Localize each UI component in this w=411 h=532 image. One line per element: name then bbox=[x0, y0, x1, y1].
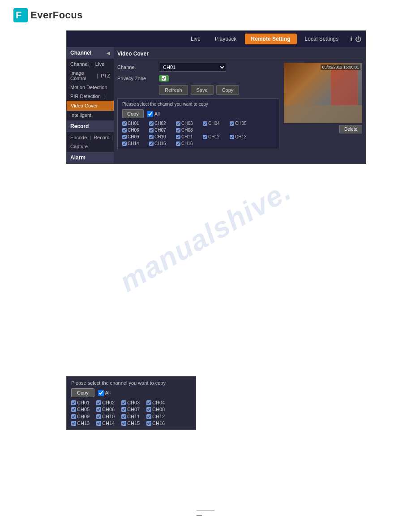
privacy-zone-row: Privacy Zone bbox=[117, 75, 279, 82]
enlarged-ch06: CH06 bbox=[96, 407, 119, 412]
enlarged-ch16: CH16 bbox=[146, 420, 169, 426]
channel-row: Channel CH01 bbox=[117, 63, 279, 72]
form-fields: Channel CH01 Privacy Zone Refresh Sav bbox=[117, 63, 279, 149]
copy-btn2[interactable]: Copy bbox=[122, 109, 144, 118]
cam-privacy-overlay bbox=[331, 69, 358, 105]
copy-button[interactable]: Copy bbox=[216, 85, 240, 95]
main-panel: Video Cover Channel CH01 Privacy Zone bbox=[114, 47, 366, 163]
power-icon[interactable]: ⏻ bbox=[355, 35, 361, 43]
svg-text:F: F bbox=[16, 9, 21, 21]
channel-label: Channel bbox=[117, 64, 155, 70]
all-checkbox[interactable] bbox=[147, 111, 153, 117]
action-btn-row: Refresh Save Copy bbox=[159, 85, 279, 95]
content-area: Channel ◀ Channel | Live Image Control |… bbox=[67, 47, 366, 163]
privacy-zone-checkbox[interactable] bbox=[162, 76, 166, 81]
enlarged-ch04: CH04 bbox=[146, 400, 169, 405]
everfocus-logo-icon: F bbox=[13, 8, 28, 22]
enlarged-channels-row1: CH01 CH02 CH03 CH04 CH05 CH06 CH07 CH08 bbox=[71, 400, 191, 412]
sidebar-channel-section: Channel ◀ bbox=[67, 47, 114, 59]
enlarged-ch07: CH07 bbox=[121, 407, 144, 412]
camera-preview: 06/05/2012 15:30:01 Delete bbox=[284, 63, 362, 149]
copy-section-title: Please select the channel you want to co… bbox=[122, 102, 274, 107]
refresh-button[interactable]: Refresh bbox=[159, 85, 188, 95]
ch-check-ch03: CH03 bbox=[176, 121, 199, 126]
ch-check-ch08: CH08 bbox=[176, 128, 199, 133]
enlarged-btn-row: Copy All bbox=[71, 388, 191, 397]
sidebar-item-video-cover[interactable]: Video Cover bbox=[67, 101, 114, 111]
page-line bbox=[197, 510, 214, 511]
cam-floor bbox=[284, 105, 362, 123]
cam-timestamp: 06/05/2012 15:30:01 bbox=[321, 64, 360, 70]
sidebar-arrow-icon: ◀ bbox=[107, 51, 110, 56]
nav-playback-button[interactable]: Playback bbox=[209, 34, 243, 44]
enlarged-all-check: All bbox=[98, 390, 111, 396]
enlarged-ch11: CH11 bbox=[121, 414, 144, 419]
enlarged-copy-btn[interactable]: Copy bbox=[71, 388, 94, 397]
ch-check-ch01: CH01 bbox=[122, 121, 146, 126]
enlarged-ch08: CH08 bbox=[146, 407, 169, 412]
enlarged-ch12: CH12 bbox=[146, 414, 169, 419]
sidebar-item-intelligent[interactable]: Intelligent bbox=[67, 111, 114, 120]
page-number: — bbox=[197, 512, 202, 519]
ch-check-ch06: CH06 bbox=[122, 128, 146, 133]
ch-check-ch04: CH04 bbox=[203, 121, 226, 126]
nav-live-button[interactable]: Live bbox=[184, 34, 207, 44]
info-icon[interactable]: ℹ bbox=[350, 35, 352, 43]
sidebar-item-motion-detection[interactable]: Motion Detection bbox=[67, 83, 114, 92]
ch-check-ch11: CH11 bbox=[176, 134, 199, 139]
logo-text: EverFocus bbox=[30, 9, 83, 21]
sidebar-channel-items: Channel | Live Image Control | PTZ Motio… bbox=[67, 59, 114, 120]
form-area: Channel CH01 Privacy Zone Refresh Sav bbox=[117, 63, 362, 149]
ch-check-ch02: CH02 bbox=[149, 121, 172, 126]
nav-icons: ℹ ⏻ bbox=[350, 35, 361, 43]
channels-row2: CH09 CH10 CH11 CH12 CH13 CH14 CH15 CH16 bbox=[122, 134, 274, 146]
camera-preview-inner: 06/05/2012 15:30:01 bbox=[284, 63, 362, 123]
enlarged-ch14: CH14 bbox=[96, 420, 119, 426]
enlarged-panel: Please select the channel you want to co… bbox=[66, 376, 196, 430]
enlarged-ch02: CH02 bbox=[96, 400, 119, 405]
sidebar-item-encode-record[interactable]: Encode | Record | bbox=[67, 133, 114, 142]
delete-button[interactable]: Delete bbox=[339, 125, 362, 133]
enlarged-ch01: CH01 bbox=[71, 400, 94, 405]
panel-title: Video Cover bbox=[117, 51, 362, 59]
ch-check-ch15: CH15 bbox=[149, 141, 172, 146]
enlarged-channels-row2: CH09 CH10 CH11 CH12 CH13 CH14 CH15 CH16 bbox=[71, 414, 191, 426]
ch-check-ch16: CH16 bbox=[176, 141, 199, 146]
dvr-container: Live Playback Remote Setting Local Setti… bbox=[66, 30, 366, 164]
sidebar-item-image-control[interactable]: Image Control | PTZ bbox=[67, 69, 114, 83]
sidebar-record-items: Encode | Record | Capture bbox=[67, 132, 114, 152]
ch-check-ch07: CH07 bbox=[149, 128, 172, 133]
save-button[interactable]: Save bbox=[191, 85, 214, 95]
sidebar-alarm-section: Alarm bbox=[67, 152, 114, 163]
channel-select[interactable]: CH01 bbox=[159, 63, 226, 72]
page-number-area: — bbox=[197, 510, 214, 519]
copy-btn-row: Copy All bbox=[122, 109, 274, 118]
enlarged-ch03: CH03 bbox=[121, 400, 144, 405]
privacy-zone-toggle[interactable] bbox=[159, 75, 169, 82]
enlarged-ch05: CH05 bbox=[71, 407, 94, 412]
ch-check-ch09: CH09 bbox=[122, 134, 146, 139]
enlarged-ch10: CH10 bbox=[96, 414, 119, 419]
ch-check-ch10: CH10 bbox=[149, 134, 172, 139]
enlarged-all-checkbox[interactable] bbox=[98, 390, 104, 396]
top-nav: Live Playback Remote Setting Local Setti… bbox=[67, 31, 366, 47]
logo-area: F EverFocus bbox=[0, 0, 411, 30]
all-check: All bbox=[147, 111, 160, 117]
ch-check-ch14: CH14 bbox=[122, 141, 146, 146]
sidebar-item-capture[interactable]: Capture bbox=[67, 142, 114, 151]
nav-local-settings-button[interactable]: Local Settings bbox=[299, 34, 345, 44]
nav-remote-setting-button[interactable]: Remote Setting bbox=[245, 34, 297, 44]
ch-check-ch12: CH12 bbox=[203, 134, 226, 139]
privacy-zone-label: Privacy Zone bbox=[117, 76, 155, 81]
channels-row1: CH01 CH02 CH03 CH04 CH05 CH06 CH07 CH08 bbox=[122, 121, 274, 133]
enlarged-ch09: CH09 bbox=[71, 414, 94, 419]
enlarged-ch15: CH15 bbox=[121, 420, 144, 426]
sidebar-record-section: Record bbox=[67, 120, 114, 132]
copy-section: Please select the channel you want to co… bbox=[117, 99, 279, 149]
ch-check-ch13: CH13 bbox=[230, 134, 253, 139]
enlarged-title: Please select the channel you want to co… bbox=[71, 380, 191, 386]
sidebar-item-channel-live[interactable]: Channel | Live bbox=[67, 60, 114, 69]
sidebar: Channel ◀ Channel | Live Image Control |… bbox=[67, 47, 114, 163]
enlarged-ch13: CH13 bbox=[71, 420, 94, 426]
sidebar-item-pir-detection[interactable]: PIR Detection | bbox=[67, 92, 114, 101]
